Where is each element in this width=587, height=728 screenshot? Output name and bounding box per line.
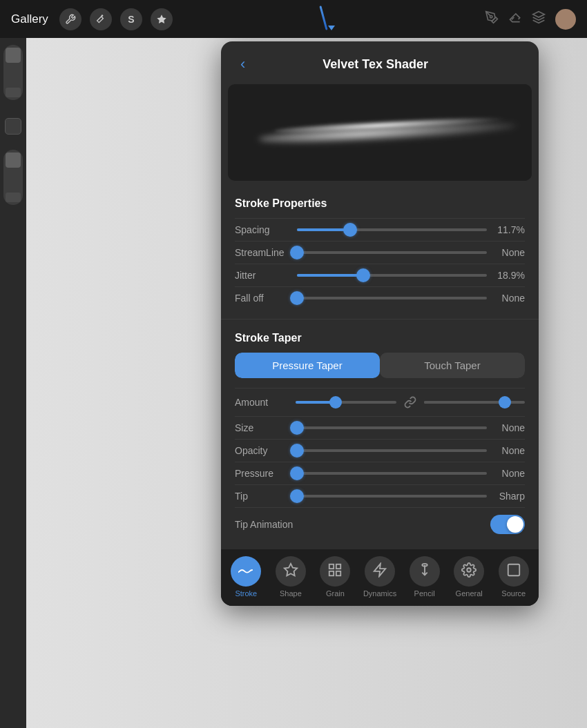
amount-slider-left[interactable] [296,401,396,404]
tip-animation-toggle[interactable] [490,515,525,534]
pressure-thumb[interactable] [290,466,304,480]
opacity-slider[interactable] [3,45,23,100]
amount-slider-right[interactable] [424,401,525,404]
user-avatar[interactable] [555,9,576,30]
opacity-thumb [6,48,21,63]
brush-settings-panel: ‹ Velvet Tex Shader Stroke Properties Sp… [221,41,539,606]
opacity-value: None [494,445,525,456]
falloff-slider[interactable] [297,297,487,299]
tab-grain[interactable]: Grain [313,556,358,598]
pressure-row: Pressure None [235,462,525,484]
magic-wand-icon[interactable] [90,8,112,30]
spacing-value: 11.7% [494,224,525,235]
size-slider[interactable] [3,150,23,205]
shape-tab-icon-bg [276,556,306,587]
opacity-row: Opacity None [235,439,525,462]
falloff-row: Fall off None [235,286,525,309]
undo-button[interactable] [5,118,21,135]
tip-animation-row: Tip Animation [235,507,525,541]
size-thumb [6,153,21,168]
svg-marker-6 [374,563,386,575]
amount-thumb-left[interactable] [329,396,342,409]
pressure-value: None [494,468,525,479]
general-tab-label: General [456,589,483,598]
s-tool-icon[interactable]: S [120,8,142,30]
dynamics-tab-icon-bg [365,556,395,587]
spacing-row: Spacing 11.7% [235,218,525,241]
toggle-knob [507,516,523,533]
pressure-label: Pressure [235,468,290,479]
opacity-label: Opacity [235,445,290,456]
opacity-slider-taper[interactable] [297,449,487,452]
wrench-icon[interactable] [59,8,81,30]
pressure-slider[interactable] [297,472,487,475]
stroke-taper-title: Stroke Taper [235,332,525,344]
size-thumb-taper[interactable] [290,421,304,435]
grain-tab-label: Grain [326,589,345,598]
tab-general[interactable]: General [447,556,492,598]
stroke-properties-title: Stroke Properties [235,197,525,210]
svg-point-8 [467,568,471,572]
top-toolbar: Gallery S [0,0,587,38]
size-value: None [494,422,525,433]
streamline-value: None [494,247,525,258]
svg-rect-5 [336,571,340,575]
size-slider-taper[interactable] [297,426,487,429]
spacing-slider[interactable] [297,228,487,231]
tab-shape[interactable]: Shape [269,556,314,598]
svg-point-0 [490,16,492,18]
spacing-thumb[interactable] [343,223,357,237]
stroke-tab-label: Stroke [235,589,257,598]
stroke-taper-section: Stroke Taper Pressure Taper Touch Taper … [221,322,539,548]
pen-icon[interactable] [485,10,499,28]
stroke-properties-section: Stroke Properties Spacing 11.7% StreamLi… [221,188,539,316]
streamline-thumb[interactable] [290,246,304,259]
jitter-row: Jitter 18.9% [235,264,525,286]
jitter-slider[interactable] [297,274,487,277]
tab-source[interactable]: Source [491,556,536,598]
grain-tab-icon-bg [320,556,350,587]
size-label: Size [235,422,290,433]
panel-title: Velvet Tex Shader [251,57,500,72]
svg-rect-4 [329,571,334,575]
pressure-taper-tab[interactable]: Pressure Taper [235,353,380,378]
tip-label: Tip [235,491,290,502]
stroke-canvas [228,84,532,181]
source-tab-label: Source [501,589,526,598]
touch-taper-tab[interactable]: Touch Taper [380,353,525,378]
opacity-thumb-taper[interactable] [290,444,304,458]
link-icon[interactable] [402,394,418,411]
jitter-thumb[interactable] [356,268,370,282]
taper-tabs: Pressure Taper Touch Taper [235,353,525,378]
gallery-button[interactable]: Gallery [11,12,48,26]
tab-pencil[interactable]: Pencil [402,556,447,598]
layers-icon[interactable] [532,10,546,28]
svg-rect-3 [336,564,340,568]
streamline-slider[interactable] [297,251,487,254]
amount-thumb-right[interactable] [499,396,511,409]
back-button[interactable]: ‹ [235,52,251,76]
pencil-tab-icon-bg [410,556,440,587]
falloff-thumb[interactable] [290,291,304,305]
eraser-icon[interactable] [508,10,522,28]
tab-dynamics[interactable]: Dynamics [358,556,403,598]
amount-row: Amount [235,388,525,416]
jitter-value: 18.9% [494,270,525,281]
tab-stroke[interactable]: Stroke [224,556,269,598]
tip-thumb[interactable] [290,489,304,503]
svg-marker-1 [285,563,297,575]
gear-icon [461,562,477,581]
toolbar-center [173,6,485,33]
tip-slider[interactable] [297,495,487,498]
tip-row: Tip Sharp [235,484,525,507]
shape-icon [283,562,298,581]
brush-active-icon[interactable] [319,6,327,30]
streamline-label: StreamLine [235,247,290,258]
pencil-tip-icon [417,562,432,581]
opacity-thumb-2 [6,88,21,97]
navigate-icon[interactable] [151,8,173,30]
general-tab-icon-bg [454,556,484,587]
size-slider-track[interactable] [3,150,23,205]
spacing-label: Spacing [235,224,290,235]
falloff-label: Fall off [235,293,290,304]
